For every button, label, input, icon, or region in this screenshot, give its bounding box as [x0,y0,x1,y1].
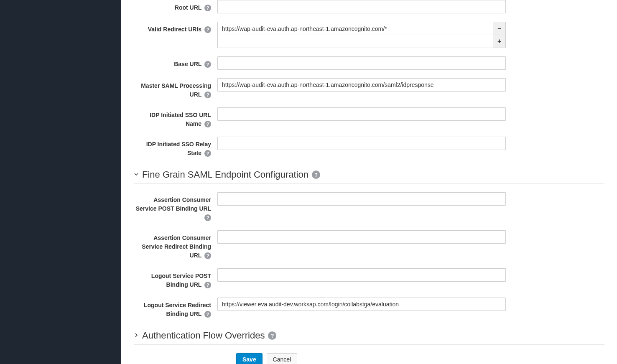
logout-redirect-binding-url-wrap [217,298,506,311]
section-fine-grain-title: Fine Grain SAML Endpoint Configuration [142,169,308,180]
redirect-uri-row: + [217,35,506,48]
form-actions: Save Cancel [236,353,604,364]
idp-sso-url-name-label: IDP Initiated SSO URL Name ? [134,107,217,128]
help-icon[interactable]: ? [268,331,276,340]
acs-post-binding-url-label-text: Assertion Consumer Service POST Binding … [136,196,211,212]
master-saml-url-label: Master SAML Processing URL ? [134,78,217,99]
master-saml-url-wrap [217,78,506,92]
help-icon[interactable]: ? [204,5,211,11]
main-content: Root URL ? Valid Redirect URIs ? − + Bas… [121,0,617,364]
idp-sso-url-name-label-text: IDP Initiated SSO URL Name [150,112,211,127]
cancel-button[interactable]: Cancel [267,353,298,364]
form-group-logout-redirect-binding-url: Logout Service Redirect Binding URL ? [134,298,604,318]
add-uri-button[interactable]: + [493,35,506,48]
acs-post-binding-url-wrap [217,192,506,206]
section-fine-grain-header[interactable]: Fine Grain SAML Endpoint Configuration ? [134,166,604,184]
acs-redirect-binding-url-label: Assertion Consumer Service Redirect Bind… [134,230,217,260]
remove-uri-button[interactable]: − [493,22,506,35]
logout-redirect-binding-url-label: Logout Service Redirect Binding URL ? [134,298,217,318]
master-saml-url-input[interactable] [217,78,506,92]
idp-sso-relay-state-label: IDP Initiated SSO Relay State ? [134,137,217,158]
acs-redirect-binding-url-wrap [217,230,506,244]
chevron-down-icon [134,171,139,178]
help-icon[interactable]: ? [204,121,211,127]
help-icon[interactable]: ? [204,282,211,288]
help-icon[interactable]: ? [204,26,211,33]
form-group-idp-sso-relay-state: IDP Initiated SSO Relay State ? [134,137,604,158]
section-auth-flow-overrides-title: Authentication Flow Overrides [142,330,265,341]
form-group-idp-sso-url-name: IDP Initiated SSO URL Name ? [134,107,604,128]
valid-redirect-uris-wrap: − + [217,22,506,48]
form-group-root-url: Root URL ? [134,0,604,13]
master-saml-url-label-text: Master SAML Processing URL [141,82,211,98]
root-url-input[interactable] [217,0,506,13]
sidebar [0,0,121,364]
idp-sso-relay-state-input[interactable] [217,137,506,150]
logout-post-binding-url-input[interactable] [217,268,506,282]
redirect-uri-input[interactable] [217,35,493,48]
acs-post-binding-url-label: Assertion Consumer Service POST Binding … [134,192,217,222]
logout-post-binding-url-wrap [217,268,506,282]
help-icon[interactable]: ? [204,214,211,221]
idp-sso-relay-state-label-text: IDP Initiated SSO Relay State [146,141,211,156]
base-url-label: Base URL ? [134,56,217,69]
help-icon[interactable]: ? [312,171,320,179]
form-group-master-saml-url: Master SAML Processing URL ? [134,78,604,99]
base-url-label-text: Base URL [174,61,201,67]
form-group-acs-redirect-binding-url: Assertion Consumer Service Redirect Bind… [134,230,604,260]
valid-redirect-uris-label: Valid Redirect URIs ? [134,22,217,34]
acs-redirect-binding-url-label-text: Assertion Consumer Service Redirect Bind… [142,234,211,259]
base-url-wrap [217,56,506,70]
help-icon[interactable]: ? [204,92,211,98]
idp-sso-url-name-wrap [217,107,506,121]
form-group-acs-post-binding-url: Assertion Consumer Service POST Binding … [134,192,604,222]
form-group-logout-post-binding-url: Logout Service POST Binding URL ? [134,268,604,289]
help-icon[interactable]: ? [204,150,211,157]
redirect-uri-row: − [217,22,506,35]
save-button[interactable]: Save [236,353,263,364]
idp-sso-relay-state-wrap [217,137,506,150]
form-group-base-url: Base URL ? [134,56,604,70]
form-group-valid-redirect-uris: Valid Redirect URIs ? − + [134,22,604,48]
base-url-input[interactable] [217,56,506,70]
valid-redirect-uris-label-text: Valid Redirect URIs [148,26,201,33]
logout-post-binding-url-label-text: Logout Service POST Binding URL [151,272,211,288]
help-icon[interactable]: ? [204,61,211,68]
idp-sso-url-name-input[interactable] [217,107,506,121]
root-url-wrap [217,0,506,13]
acs-post-binding-url-input[interactable] [217,192,506,206]
help-icon[interactable]: ? [204,311,211,318]
chevron-right-icon [134,332,139,339]
help-icon[interactable]: ? [204,252,211,259]
section-auth-flow-overrides-header[interactable]: Authentication Flow Overrides ? [134,327,604,345]
acs-redirect-binding-url-input[interactable] [217,230,506,244]
redirect-uri-input[interactable] [217,22,493,35]
root-url-label: Root URL ? [134,0,217,12]
logout-post-binding-url-label: Logout Service POST Binding URL ? [134,268,217,289]
root-url-label-text: Root URL [175,4,201,11]
logout-redirect-binding-url-label-text: Logout Service Redirect Binding URL [144,302,211,317]
logout-redirect-binding-url-input[interactable] [217,298,506,311]
